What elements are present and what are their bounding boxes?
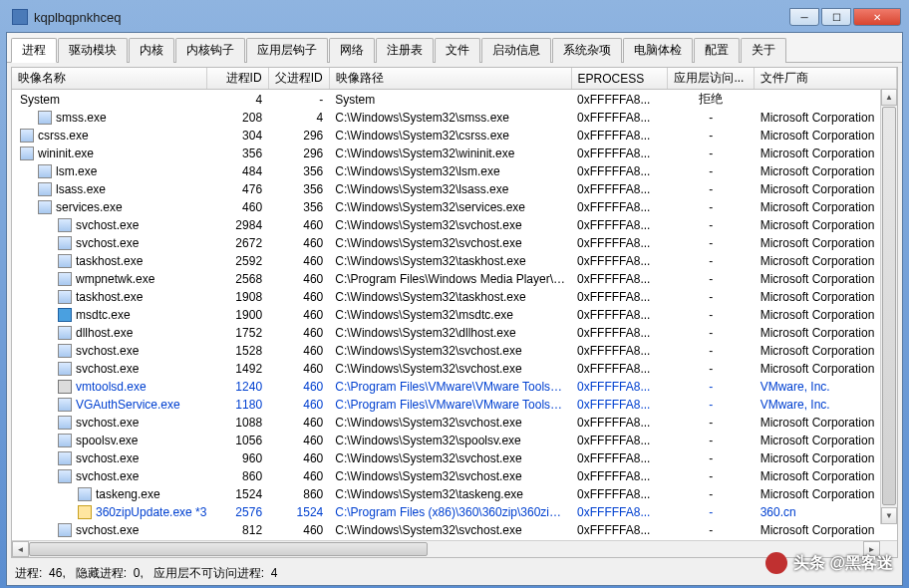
table-row[interactable]: wmpnetwk.exe2568460C:\Program Files\Wind… (12, 270, 897, 288)
col-header-2[interactable]: 父进程ID (268, 68, 329, 90)
vertical-scrollbar[interactable]: ▲ ▼ (880, 89, 897, 524)
table-row[interactable]: spoolsv.exe1056460C:\Windows\System32\sp… (12, 432, 897, 449)
process-icon (58, 523, 72, 537)
cell-pid: 1180 (207, 396, 268, 414)
cell-app: - (668, 396, 755, 414)
tab-11[interactable]: 配置 (694, 38, 740, 63)
table-row[interactable]: lsass.exe476356C:\Windows\System32\lsass… (12, 180, 897, 198)
table-row[interactable]: 360zipUpdate.exe *3225761524C:\Program F… (12, 503, 897, 521)
process-icon (58, 434, 72, 447)
tab-0[interactable]: 进程 (11, 38, 57, 63)
table-row[interactable]: dllhost.exe1752460C:\Windows\System32\dl… (12, 324, 897, 342)
cell-path: C:\Windows\System32\svchost.exe (329, 521, 571, 539)
tab-12[interactable]: 关于 (741, 38, 786, 63)
table-row[interactable]: wininit.exe356296C:\Windows\System32\win… (12, 145, 897, 162)
table-row[interactable]: taskhost.exe1908460C:\Windows\System32\t… (12, 288, 897, 306)
close-button[interactable]: ✕ (853, 8, 901, 26)
cell-app: - (668, 180, 755, 198)
window-title: kqplbqpnkhceq (34, 10, 789, 25)
cell-pid: 1900 (207, 306, 268, 324)
cell-ppid: 460 (268, 396, 329, 414)
table-row[interactable]: svchost.exe812460C:\Windows\System32\svc… (12, 521, 897, 539)
col-header-6[interactable]: 文件厂商 (755, 68, 897, 90)
table-row[interactable]: taskhost.exe2592460C:\Windows\System32\t… (12, 252, 897, 270)
maximize-button[interactable]: ☐ (821, 8, 851, 26)
cell-ep: 0xFFFFFA8... (571, 342, 668, 360)
tab-2[interactable]: 内核 (129, 38, 174, 63)
cell-vendor: Microsoft Corporation (755, 162, 897, 180)
table-row[interactable]: svchost.exe960460C:\Windows\System32\svc… (12, 449, 897, 467)
cell-ep: 0xFFFFFA8... (571, 414, 668, 432)
table-row[interactable]: svchost.exe2672460C:\Windows\System32\sv… (12, 234, 897, 252)
tab-6[interactable]: 注册表 (376, 38, 434, 63)
table-row[interactable]: svchost.exe1492460C:\Windows\System32\sv… (12, 360, 897, 378)
table-row[interactable]: svchost.exe2984460C:\Windows\System32\sv… (12, 216, 897, 234)
col-header-3[interactable]: 映像路径 (329, 68, 571, 90)
tab-9[interactable]: 系统杂项 (552, 38, 622, 63)
hscroll-track[interactable] (29, 541, 863, 557)
tab-4[interactable]: 应用层钩子 (246, 38, 328, 63)
horizontal-scrollbar[interactable]: ◄ ► (12, 540, 897, 557)
tab-7[interactable]: 文件 (435, 38, 480, 63)
cell-ep: 0xFFFFFA8... (571, 378, 668, 396)
tab-1[interactable]: 驱动模块 (58, 38, 128, 63)
cell-app: - (668, 127, 755, 145)
process-name: csrss.exe (38, 129, 89, 143)
table-row[interactable]: csrss.exe304296C:\Windows\System32\csrss… (12, 127, 897, 145)
table-row[interactable]: vmtoolsd.exe1240460C:\Program Files\VMwa… (12, 378, 897, 396)
cell-ppid: 460 (268, 306, 329, 324)
scroll-up-button[interactable]: ▲ (881, 89, 897, 106)
table-row[interactable]: svchost.exe1528460C:\Windows\System32\sv… (12, 342, 897, 360)
tab-3[interactable]: 内核钩子 (175, 38, 245, 63)
tab-10[interactable]: 电脑体检 (623, 38, 693, 63)
cell-app: - (668, 270, 755, 288)
cell-ppid: 1524 (268, 503, 329, 521)
table-row[interactable]: taskeng.exe1524860C:\Windows\System32\ta… (12, 485, 897, 503)
cell-app: - (668, 162, 755, 180)
cell-path: C:\Windows\System32\csrss.exe (329, 127, 571, 145)
table-row[interactable]: msdtc.exe1900460C:\Windows\System32\msdt… (12, 306, 897, 324)
process-icon (58, 218, 72, 232)
col-header-0[interactable]: 映像名称 (12, 68, 207, 90)
table-row[interactable]: System4-System0xFFFFFA8...拒绝 (12, 90, 897, 110)
tab-8[interactable]: 启动信息 (481, 38, 551, 63)
scroll-left-button[interactable]: ◄ (12, 541, 29, 557)
process-icon (38, 182, 52, 196)
process-name: svchost.exe (76, 218, 139, 232)
tab-5[interactable]: 网络 (329, 38, 375, 63)
table-body: System4-System0xFFFFFA8...拒绝smss.exe2084… (12, 90, 897, 541)
scroll-down-button[interactable]: ▼ (881, 507, 897, 524)
table-row[interactable]: services.exe460356C:\Windows\System32\se… (12, 198, 897, 216)
status-proc-count: 46 (49, 566, 62, 580)
cell-path: C:\Windows\System32\svchost.exe (329, 216, 571, 234)
col-header-1[interactable]: 进程ID (207, 68, 268, 90)
cell-app: - (668, 342, 755, 360)
table-row[interactable]: svchost.exe860460C:\Windows\System32\svc… (12, 467, 897, 485)
cell-vendor: Microsoft Corporation (755, 324, 897, 342)
process-name: msdtc.exe (76, 308, 131, 322)
cell-ep: 0xFFFFFA8... (571, 90, 668, 110)
hscroll-thumb[interactable] (29, 542, 428, 556)
col-header-4[interactable]: EPROCESS (571, 68, 668, 90)
vscroll-thumb[interactable] (882, 107, 896, 505)
process-name: smss.exe (56, 111, 107, 125)
cell-vendor: Microsoft Corporation (755, 288, 897, 306)
cell-pid: 1908 (207, 288, 268, 306)
table-row[interactable]: dwm.exe1964812C:\Windows\System32\dwm.ex… (12, 539, 897, 540)
cell-vendor (755, 90, 897, 110)
table-row[interactable]: smss.exe2084C:\Windows\System32\smss.exe… (12, 109, 897, 127)
process-icon (58, 398, 72, 412)
col-header-5[interactable]: 应用层访问... (668, 68, 755, 90)
table-row[interactable]: VGAuthService.exe1180460C:\Program Files… (12, 396, 897, 414)
cell-path: C:\Windows\System32\spoolsv.exe (329, 432, 571, 449)
process-icon (58, 344, 72, 358)
cell-path: C:\Program Files\Windows Media Player\wm… (329, 270, 571, 288)
cell-pid: 1752 (207, 324, 268, 342)
cell-app: - (668, 145, 755, 162)
table-row[interactable]: lsm.exe484356C:\Windows\System32\lsm.exe… (12, 162, 897, 180)
cell-app: - (668, 306, 755, 324)
cell-ppid: 460 (268, 234, 329, 252)
table-row[interactable]: svchost.exe1088460C:\Windows\System32\sv… (12, 414, 897, 432)
minimize-button[interactable]: ─ (789, 8, 819, 26)
process-name: svchost.exe (76, 451, 139, 465)
